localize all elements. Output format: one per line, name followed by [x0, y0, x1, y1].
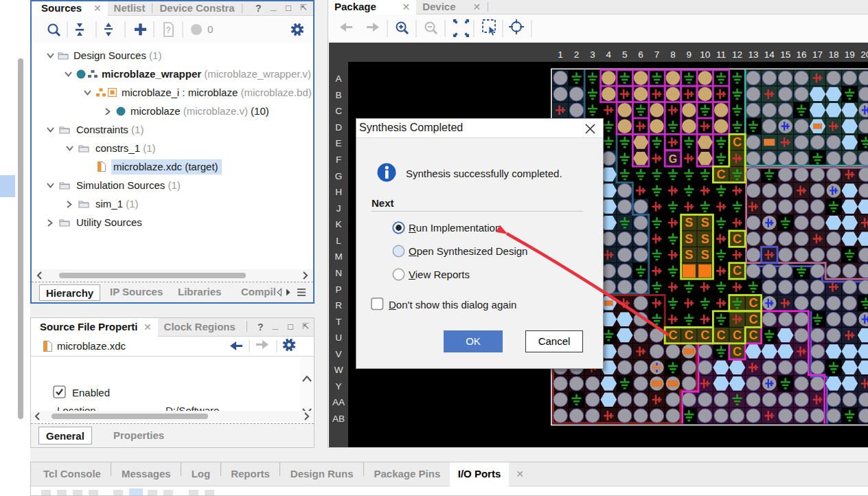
- svg-text:Y: Y: [335, 381, 341, 392]
- svg-text:C: C: [749, 328, 757, 342]
- svg-text:C: C: [733, 345, 742, 359]
- svg-text:C: C: [733, 232, 742, 246]
- svg-text:A: A: [335, 74, 341, 84]
- svg-text:C: C: [733, 264, 742, 278]
- svg-text:19: 19: [845, 49, 855, 60]
- svg-text:K: K: [335, 219, 341, 229]
- svg-text:AA: AA: [332, 397, 345, 407]
- svg-text:M: M: [334, 251, 342, 262]
- svg-text:13: 13: [748, 49, 758, 60]
- svg-text:S: S: [685, 248, 693, 262]
- svg-text:V: V: [335, 349, 341, 359]
- svg-text:11: 11: [716, 49, 726, 60]
- svg-text:4: 4: [606, 49, 612, 60]
- svg-text:C: C: [668, 328, 677, 342]
- svg-text:D: D: [335, 122, 342, 133]
- svg-text:6: 6: [638, 49, 643, 60]
- svg-text:C: C: [749, 296, 757, 310]
- svg-text:2: 2: [574, 49, 580, 60]
- svg-text:B: B: [335, 90, 341, 100]
- svg-text:C: C: [685, 328, 694, 342]
- svg-text:16: 16: [797, 49, 807, 60]
- svg-text:C: C: [717, 328, 726, 342]
- svg-text:C: C: [733, 135, 742, 149]
- svg-text:S: S: [685, 216, 693, 229]
- svg-text:15: 15: [780, 49, 790, 60]
- svg-text:0: 0: [207, 23, 213, 35]
- svg-text:G: G: [669, 153, 677, 165]
- svg-text:G: G: [335, 171, 343, 181]
- svg-text:5: 5: [622, 49, 628, 60]
- svg-text:1: 1: [558, 49, 563, 60]
- svg-text:H: H: [335, 187, 342, 197]
- svg-text:3: 3: [590, 49, 595, 60]
- svg-text:J: J: [336, 203, 341, 214]
- svg-text:7: 7: [654, 49, 660, 60]
- svg-text:N: N: [335, 268, 342, 278]
- svg-text:14: 14: [764, 49, 775, 60]
- svg-text:P: P: [335, 284, 341, 295]
- svg-text:10: 10: [700, 49, 710, 60]
- svg-text:W: W: [334, 365, 343, 375]
- svg-text:C: C: [733, 328, 742, 342]
- svg-text:18: 18: [828, 49, 838, 60]
- svg-text:C: C: [717, 168, 726, 181]
- svg-text:S: S: [685, 232, 693, 246]
- svg-text:S: S: [701, 216, 709, 229]
- svg-text:T: T: [336, 317, 341, 327]
- svg-text:AB: AB: [332, 414, 345, 424]
- svg-text:C: C: [700, 328, 709, 342]
- svg-text:S: S: [701, 232, 709, 246]
- svg-text:R: R: [335, 300, 342, 311]
- svg-text:F: F: [336, 155, 341, 165]
- svg-text:E: E: [335, 138, 341, 148]
- svg-text:U: U: [335, 332, 342, 343]
- svg-text:C: C: [749, 313, 757, 326]
- svg-text:17: 17: [812, 49, 823, 60]
- svg-text:C: C: [335, 106, 342, 116]
- svg-text:S: S: [701, 248, 709, 262]
- svg-text:12: 12: [732, 49, 742, 60]
- svg-text:L: L: [336, 236, 341, 246]
- svg-text:8: 8: [670, 49, 676, 60]
- svg-text:9: 9: [687, 49, 692, 60]
- svg-text:?: ?: [166, 25, 171, 35]
- svg-text:20: 20: [860, 49, 868, 60]
